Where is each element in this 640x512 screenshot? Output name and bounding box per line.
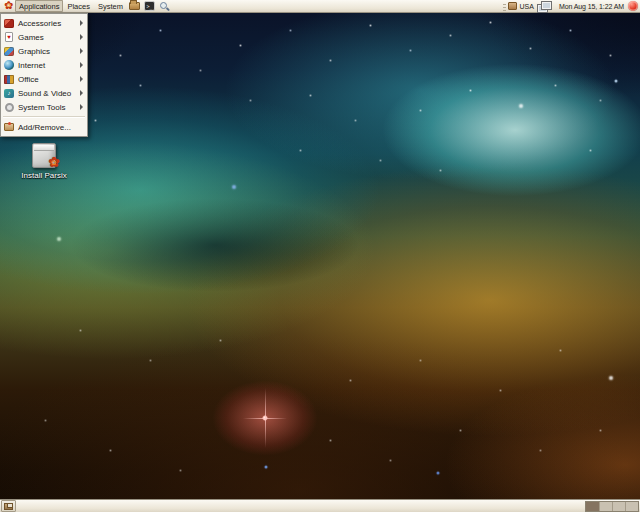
submenu-arrow-icon (80, 90, 83, 96)
desktop-icon-label: Install Parsix (14, 171, 74, 180)
menu-item-label: Graphics (18, 47, 50, 56)
add-remove-package-icon (4, 123, 14, 131)
workspace-4[interactable] (625, 502, 638, 511)
menu-item-office[interactable]: Office (1, 72, 87, 86)
menu-item-label: Sound & Video (18, 89, 71, 98)
top-panel: ✿ ✿ Applications Places System >_ USA Mo… (0, 0, 640, 13)
desktop-icon-install-parsix[interactable]: ✿ ✿ Install Parsix (14, 143, 74, 180)
menu-places[interactable]: Places (63, 0, 94, 12)
menu-item-label: Games (18, 33, 44, 42)
desktop-wallpaper (0, 0, 640, 512)
menu-item-internet[interactable]: Internet (1, 58, 87, 72)
menu-item-label: Accessories (18, 19, 61, 28)
terminal-launcher[interactable]: >_ (143, 0, 157, 12)
keyboard-layout-indicator[interactable]: USA (520, 3, 534, 10)
parsix-logo-icon[interactable]: ✿ ✿ (2, 0, 15, 12)
terminal-icon: >_ (144, 1, 155, 11)
submenu-arrow-icon (80, 20, 83, 26)
workspace-1[interactable] (586, 502, 599, 511)
menu-item-label: System Tools (18, 103, 65, 112)
applet-handle[interactable] (503, 2, 506, 11)
menu-system[interactable]: System (94, 0, 127, 12)
desktop-screen: ✿ ✿ Applications Places System >_ USA Mo… (0, 0, 640, 512)
submenu-arrow-icon (80, 104, 83, 110)
red-star-flare (243, 418, 287, 419)
graphics-palette-icon (4, 47, 14, 56)
menu-separator (3, 116, 85, 118)
home-folder-launcher[interactable] (128, 0, 142, 12)
installer-package-icon: ✿ ✿ (32, 143, 56, 168)
office-books-icon (4, 75, 14, 84)
menu-item-graphics[interactable]: Graphics (1, 44, 87, 58)
search-launcher[interactable] (158, 0, 172, 12)
menu-item-label: Internet (18, 61, 45, 70)
menu-item-system-tools[interactable]: System Tools (1, 100, 87, 114)
clock-applet[interactable]: Mon Aug 15, 1:22 AM (559, 3, 624, 10)
home-folder-icon (129, 2, 140, 10)
menu-item-add-remove[interactable]: Add/Remove... (1, 120, 87, 134)
menu-item-label: Office (18, 75, 39, 84)
power-icon[interactable] (628, 1, 638, 11)
parsix-flower-icon: ✿ ✿ (47, 156, 61, 170)
sound-video-icon: ♪ (4, 89, 14, 98)
bottom-panel (0, 499, 640, 512)
workspace-2[interactable] (599, 502, 612, 511)
applications-menu-dropdown: Accessories ♥ Games Graphics Internet Of… (0, 13, 88, 137)
show-desktop-button[interactable] (1, 500, 16, 512)
menu-applications[interactable]: Applications (15, 0, 63, 12)
workspace-3[interactable] (612, 502, 625, 511)
workspace-switcher (585, 501, 639, 512)
menu-item-games[interactable]: ♥ Games (1, 30, 87, 44)
panel-tray: USA Mon Aug 15, 1:22 AM (503, 1, 638, 12)
search-icon (159, 1, 170, 12)
submenu-arrow-icon (80, 76, 83, 82)
menu-item-accessories[interactable]: Accessories (1, 16, 87, 30)
menu-item-label: Add/Remove... (18, 123, 71, 132)
flower-logo-icon: ✿ ✿ (3, 1, 14, 12)
show-desktop-icon (4, 503, 13, 510)
accessories-icon (4, 19, 14, 28)
internet-globe-icon (4, 60, 14, 70)
submenu-arrow-icon (80, 34, 83, 40)
network-monitors-icon[interactable] (537, 1, 551, 12)
submenu-arrow-icon (80, 48, 83, 54)
submenu-arrow-icon (80, 62, 83, 68)
package-tray-icon[interactable] (508, 2, 517, 10)
system-tools-icon (5, 103, 14, 112)
menu-item-sound-video[interactable]: ♪ Sound & Video (1, 86, 87, 100)
games-card-icon: ♥ (5, 32, 13, 42)
